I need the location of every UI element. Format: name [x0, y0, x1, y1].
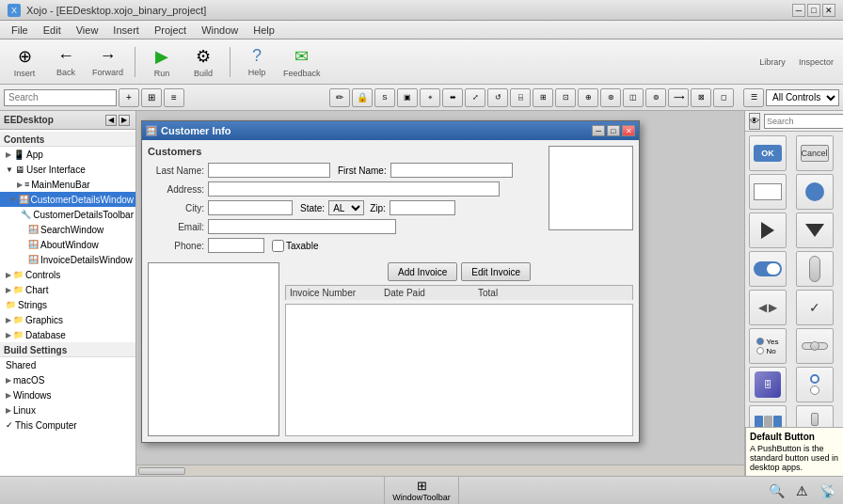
tool-btn-6[interactable]: ⬌: [442, 88, 463, 107]
tree-item-windows[interactable]: ▶ Windows: [0, 387, 135, 402]
menu-project[interactable]: Project: [147, 23, 194, 38]
tool-btn-12[interactable]: ⊕: [578, 88, 598, 107]
customer-list[interactable]: [148, 262, 279, 436]
tree-item-linux[interactable]: ▶ Linux: [0, 402, 135, 417]
tree-item-toolbar[interactable]: 🔧 CustomerDetailsToolbar: [0, 207, 135, 222]
tree-item-chart[interactable]: ▶ 📁 Chart: [0, 282, 135, 297]
tree-item-shared[interactable]: Shared: [0, 357, 135, 372]
control-play[interactable]: [749, 213, 787, 248]
tree-item-graphics[interactable]: ▶ 📁 Graphics: [0, 312, 135, 327]
tree-item-thiscomputer[interactable]: ✓ This Computer: [0, 417, 135, 433]
tree-item-strings[interactable]: 📁 Strings: [0, 297, 135, 312]
tool-btn-8[interactable]: ↺: [487, 88, 508, 107]
tool-btn-10[interactable]: ⊞: [533, 88, 553, 107]
add-invoice-button[interactable]: Add Invoice: [388, 262, 457, 281]
tool-btn-13[interactable]: ⊛: [600, 88, 621, 107]
nav-right[interactable]: ▶: [119, 115, 130, 126]
tool-btn-15[interactable]: ⊚: [645, 88, 666, 107]
close-button[interactable]: ✕: [822, 4, 835, 17]
rss-status-icon[interactable]: 📡: [819, 483, 835, 498]
tool-btn-7[interactable]: ⤢: [465, 88, 485, 107]
control-slider-v[interactable]: [796, 251, 834, 287]
menu-file[interactable]: File: [4, 23, 36, 38]
warning-status-icon[interactable]: ⚠: [796, 483, 808, 498]
dialog-maximize[interactable]: □: [607, 125, 620, 136]
control-cancel[interactable]: Cancel: [796, 135, 834, 171]
tool-btn-14[interactable]: ◫: [623, 88, 644, 107]
state-select[interactable]: AL: [328, 200, 364, 215]
tool-btn-17[interactable]: ⊠: [691, 88, 711, 107]
add-btn[interactable]: +: [119, 88, 139, 107]
build-button[interactable]: ⚙ Build: [184, 43, 222, 81]
control-ok[interactable]: OK: [749, 135, 787, 171]
tree-item-invoice[interactable]: 🪟 InvoiceDetailsWindow: [0, 252, 135, 267]
dialog-minimize[interactable]: ─: [592, 125, 605, 136]
forward-button[interactable]: → Forward: [88, 43, 127, 81]
minimize-button[interactable]: ─: [792, 4, 805, 17]
tree-item-controls[interactable]: ▶ 📁 Controls: [0, 267, 135, 282]
eye-button[interactable]: 👁: [749, 113, 760, 130]
control-radio[interactable]: Yes No: [749, 328, 787, 364]
first-name-input[interactable]: [390, 163, 513, 178]
scrollbar-thumb[interactable]: [138, 467, 185, 475]
menu-view[interactable]: View: [69, 23, 106, 38]
taxable-checkbox[interactable]: [272, 240, 284, 252]
tool-btn-4[interactable]: ▣: [397, 88, 418, 107]
control-slider-h[interactable]: [796, 328, 834, 364]
control-radio2[interactable]: [796, 367, 834, 402]
tool-btn-1[interactable]: ✏: [329, 88, 350, 107]
tool-btn-9[interactable]: ⌸: [510, 88, 531, 107]
run-button[interactable]: ▶ Run: [143, 43, 181, 81]
tree-item-search[interactable]: 🪟 SearchWindow: [0, 222, 135, 237]
tool-btn-11[interactable]: ⊡: [555, 88, 576, 107]
tree-item-about[interactable]: 🪟 AboutWindow: [0, 237, 135, 252]
control-lr-arrows[interactable]: ◀ ▶: [749, 290, 787, 325]
tree-item-database[interactable]: ▶ 📁 Database: [0, 327, 135, 342]
tree-item-mainmenu[interactable]: ▶ ≡ MainMenuBar: [0, 177, 135, 192]
horizontal-scrollbar[interactable]: [136, 465, 744, 476]
menu-help[interactable]: Help: [246, 23, 282, 38]
insert-button[interactable]: ⊕ Insert: [6, 43, 43, 81]
control-circle-blue[interactable]: [796, 174, 834, 210]
dialog-title-buttons[interactable]: ─ □ ✕: [592, 125, 635, 136]
zip-input[interactable]: [390, 200, 455, 215]
menu-insert[interactable]: Insert: [105, 23, 147, 38]
last-name-input[interactable]: [208, 163, 330, 178]
list-btn[interactable]: ≡: [164, 88, 184, 107]
invoice-table-body[interactable]: [285, 304, 633, 436]
tree-item-macos[interactable]: ▶ macOS: [0, 372, 135, 387]
city-input[interactable]: [208, 200, 293, 215]
library-button[interactable]: Library: [754, 43, 791, 81]
control-database[interactable]: 🗄: [749, 367, 787, 402]
tool-btn-3[interactable]: S: [374, 88, 395, 107]
feedback-button[interactable]: ✉ Feedback: [279, 43, 325, 81]
menu-window[interactable]: Window: [194, 23, 246, 38]
control-triangle[interactable]: [796, 213, 834, 248]
dialog-close[interactable]: ✕: [622, 125, 635, 136]
menu-edit[interactable]: Edit: [36, 23, 69, 38]
tool-btn-5[interactable]: ⌖: [420, 88, 440, 107]
grid-btn[interactable]: ⊞: [141, 88, 162, 107]
nav-arrows[interactable]: ◀ ▶: [103, 113, 132, 128]
nav-left[interactable]: ◀: [105, 115, 117, 126]
tool-btn-16[interactable]: ⟿: [668, 88, 689, 107]
all-controls-dropdown[interactable]: All Controls: [766, 89, 839, 106]
edit-invoice-button[interactable]: Edit Invoice: [461, 262, 531, 281]
search-status-icon[interactable]: 🔍: [769, 483, 785, 498]
search-input[interactable]: [4, 89, 117, 106]
back-button[interactable]: ← Back: [47, 43, 85, 81]
inspector-button[interactable]: Inspector: [795, 43, 837, 81]
tree-item-customerdetails[interactable]: ▼ 🪟 CustomerDetailsWindow: [0, 192, 135, 207]
phone-input[interactable]: [208, 238, 264, 253]
maximize-button[interactable]: □: [807, 4, 820, 17]
control-progress[interactable]: [796, 405, 834, 427]
controls-search-input[interactable]: [764, 114, 843, 129]
email-input[interactable]: [208, 219, 396, 234]
control-rect[interactable]: [749, 174, 787, 210]
tree-item-app[interactable]: ▶ 📱 App: [0, 147, 135, 162]
tool-btn-18[interactable]: ◻: [713, 88, 734, 107]
control-check[interactable]: ✓: [796, 290, 834, 325]
canvas-scrollbar-h[interactable]: [136, 465, 744, 476]
control-toggle[interactable]: [749, 251, 787, 287]
tree-item-ui[interactable]: ▼ 🖥 User Interface: [0, 162, 135, 177]
